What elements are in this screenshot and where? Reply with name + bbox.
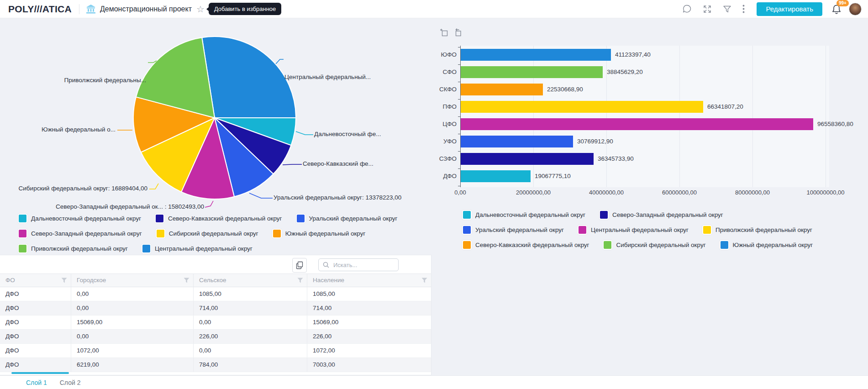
table-cell: 0,00 [71, 301, 194, 315]
gridline [826, 46, 826, 187]
undo-selection-icon[interactable] [453, 28, 463, 37]
axis-tick [458, 82, 460, 82]
table-body: ДФО0,001085,001085,00ДФО0,00714,00714,00… [0, 287, 431, 375]
bar-ПФО[interactable] [461, 101, 703, 113]
bar-legend-item[interactable]: Дальневосточный федеральный округ [462, 210, 585, 220]
table-search [318, 258, 399, 271]
table-cell: 226,00 [307, 330, 431, 343]
pie-legend-item[interactable]: Северо-Кавказский федеральный округ [155, 214, 282, 223]
table-row[interactable]: ДФО1072,000,001072,00 [0, 344, 431, 358]
bar-legend-row: Северо-Кавказский федеральный округСибир… [462, 240, 813, 250]
table-row[interactable]: ДФО15069,000,0015069,00 [0, 315, 431, 330]
notifications-bell[interactable]: 99+ [831, 4, 842, 14]
legend-label: Уральский федеральный округ [475, 226, 564, 233]
edit-button[interactable]: Редактировать [757, 2, 822, 16]
pie-legend-item[interactable]: Сибирский федеральный округ [156, 229, 258, 238]
axis-tick [458, 134, 460, 134]
pie-legend-item[interactable]: Центральный федеральный округ [142, 244, 253, 253]
pie-legend-row: Приволжский федеральный округЦентральный… [18, 244, 397, 253]
table-header-row: ФОГородскоеСельскоеНаселение [0, 273, 431, 287]
bar-legend-item[interactable]: Южный федеральный округ [720, 240, 813, 250]
pie-callout-line-2 [296, 131, 313, 135]
pie-callout-south: Южный федеральный о... [27, 126, 116, 133]
x-axis-tick-label: 20000000,00 [504, 189, 563, 196]
table-row[interactable]: ДФО0,00714,00714,00 [0, 301, 431, 315]
bar-legend-row: Уральский федеральный округЦентральный ф… [462, 225, 813, 235]
header-actions: Редактировать 99+ [671, 2, 862, 16]
bar-value-label: 38845629,20 [607, 66, 643, 78]
pie-legend-row: Северо-Западный федеральный округСибирск… [18, 229, 397, 238]
column-filter-icon[interactable] [297, 278, 303, 283]
filter-icon[interactable] [723, 5, 731, 13]
more-options-icon[interactable] [742, 5, 745, 13]
legend-swatch [18, 244, 27, 253]
table-cell: 15069,00 [71, 315, 194, 329]
bar-legend-item[interactable]: Северо-Кавказский федеральный округ [462, 240, 589, 250]
polymatica-dashboard: POLY///ATICA Демонстрационный проект ☆ Д… [0, 0, 868, 389]
legend-swatch [155, 214, 164, 223]
top-bar: POLY///ATICA Демонстрационный проект ☆ Д… [0, 0, 868, 18]
dashboard-content: Приволжский федеральны... Центральный фе… [0, 18, 868, 375]
bar-legend-item[interactable]: Северо-Западный федеральный округ [599, 210, 723, 220]
table-cell: 0,00 [71, 287, 194, 301]
table-row[interactable]: ДФО0,00226,00226,00 [0, 330, 431, 344]
bar-legend-item[interactable]: Уральский федеральный округ [462, 225, 564, 235]
pie-callout-siberia: Сибирский федеральный округ: 16889404,00 [9, 185, 147, 192]
column-filter-icon[interactable] [421, 278, 427, 283]
pie-chart-panel: Приволжский федеральны... Центральный фе… [0, 18, 434, 255]
header-divider [79, 4, 79, 14]
column-filter-icon[interactable] [184, 278, 189, 283]
table-row[interactable]: ДФО6219,00784,007003,00 [0, 358, 431, 372]
bar-category-label: СКФО [434, 84, 457, 95]
pie-callout-ural: Уральский федеральный округ: 13378223,00 [274, 194, 401, 201]
bar-legend-item[interactable]: Приволжский федеральный округ [702, 225, 812, 235]
bar-legend-item[interactable]: Сибирский федеральный округ [603, 240, 705, 250]
app-logo: POLY///ATICA [8, 4, 72, 15]
favorite-star-icon[interactable]: ☆ [196, 5, 205, 14]
bar-ДФО[interactable] [461, 170, 531, 182]
table-cell: 15069,00 [307, 315, 431, 329]
select-area-icon[interactable] [440, 28, 449, 37]
fullscreen-icon[interactable] [703, 5, 712, 14]
table-cell: 1072,00 [307, 344, 431, 357]
bar-СФО[interactable] [461, 66, 603, 78]
tab-layer-2[interactable]: Слой 2 [60, 379, 81, 386]
bar-legend-row: Дальневосточный федеральный округСеверо-… [462, 210, 813, 220]
bar-ЮФО[interactable] [461, 49, 611, 61]
legend-swatch [603, 240, 612, 250]
bar-СКФО[interactable] [461, 84, 543, 95]
bar-value-label: 41123397,40 [615, 49, 651, 61]
bar-legend-item[interactable]: Центральный федеральный округ [578, 225, 689, 235]
x-axis-tick-label: 40000000,00 [577, 189, 636, 196]
legend-swatch [462, 240, 472, 250]
table-scrollbar[interactable] [11, 372, 69, 374]
tab-layer-1[interactable]: Слой 1 [26, 379, 47, 386]
avatar[interactable] [849, 3, 862, 16]
search-input[interactable] [332, 261, 394, 269]
legend-swatch [272, 229, 282, 238]
column-filter-icon[interactable] [61, 278, 67, 283]
bar-ЦФО[interactable] [461, 118, 813, 130]
table-cell: 0,00 [194, 315, 307, 329]
pie-legend-item[interactable]: Северо-Западный федеральный округ [18, 229, 142, 238]
tooltip-arrow [206, 7, 209, 11]
legend-label: Северо-Кавказский федеральный округ [475, 242, 589, 248]
pie-slice-0[interactable] [202, 37, 296, 118]
column-header-4: Население [307, 274, 431, 287]
pie-legend-item[interactable]: Приволжский федеральный округ [18, 244, 128, 253]
tooltip-text: Добавить в избранное [214, 5, 276, 12]
table-cell: ДФО [0, 344, 71, 357]
pie-legend-item[interactable]: Уральский федеральный округ [296, 214, 398, 223]
comments-icon[interactable] [682, 4, 692, 14]
pie-legend-item[interactable]: Южный федеральный округ [272, 229, 366, 238]
bar-category-label: СЗФО [434, 153, 457, 165]
table-row[interactable]: ДФО0,001085,001085,00 [0, 287, 431, 301]
bar-УФО[interactable] [461, 136, 573, 147]
legend-label: Северо-Западный федеральный округ [612, 211, 723, 218]
axis-tick [458, 47, 460, 47]
copy-table-button[interactable] [292, 258, 307, 273]
pie-callout-central: Центральный федеральный... [284, 74, 371, 80]
bar-СЗФО[interactable] [461, 153, 594, 165]
pie-legend-item[interactable]: Дальневосточный федеральный округ [18, 214, 141, 223]
pie-callout-line-1 [276, 59, 284, 64]
